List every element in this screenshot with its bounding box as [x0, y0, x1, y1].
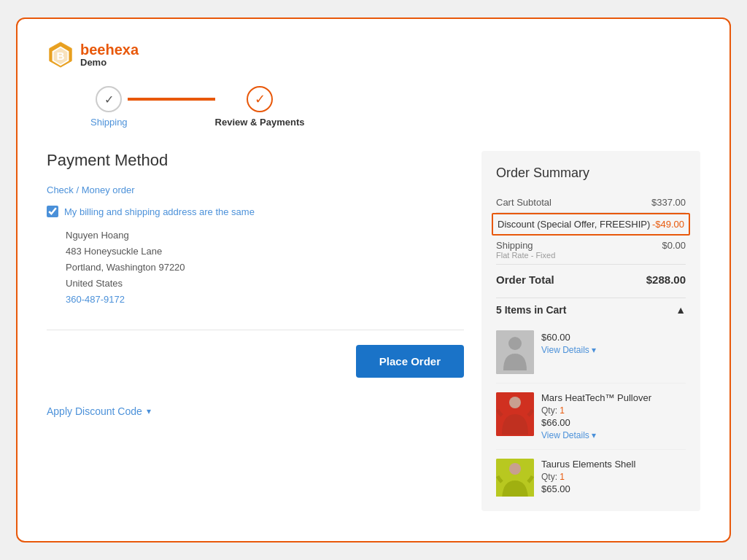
cart-item-price: $65.00 — [541, 483, 686, 494]
step-review-check: ✓ — [255, 91, 266, 107]
step-shipping-label: Shipping — [90, 117, 128, 128]
step-shipping-check: ✓ — [104, 93, 114, 106]
logo-area: B beehexa Demo — [47, 41, 700, 69]
cart-items-list: $60.00 View Details ▾ — [496, 322, 686, 497]
view-details-label: View Details — [541, 345, 589, 355]
discount-section: Apply Discount Code ▾ — [47, 395, 464, 417]
step-shipping[interactable]: ✓ Shipping — [90, 86, 128, 128]
main-layout: Payment Method Check / Money order My bi… — [47, 151, 700, 511]
order-summary: Order Summary Cart Subtotal $337.00 Disc… — [481, 151, 700, 511]
left-panel: Payment Method Check / Money order My bi… — [47, 151, 464, 511]
steps-area: ✓ Shipping ✓ Review & Payments — [47, 86, 700, 128]
items-in-cart-label: 5 Items in Cart — [496, 304, 566, 316]
view-details-button[interactable]: View Details ▾ — [541, 430, 686, 440]
cart-item-image — [496, 330, 534, 374]
cart-item-price: $66.00 — [541, 417, 686, 428]
step-connector — [128, 98, 215, 101]
order-total-label: Order Total — [496, 273, 554, 286]
shipping-label: Shipping — [496, 240, 533, 251]
section-title: Payment Method — [47, 151, 464, 170]
place-order-button[interactable]: Place Order — [356, 345, 464, 378]
cart-item-qty-value: 1 — [560, 405, 565, 416]
address-block: Nguyen Hoang 483 Honeysuckle Lane Portla… — [47, 228, 464, 308]
order-total-value: $288.00 — [646, 273, 686, 286]
svg-point-5 — [508, 337, 522, 350]
list-item: $60.00 View Details ▾ — [496, 322, 686, 384]
right-panel: Order Summary Cart Subtotal $337.00 Disc… — [481, 151, 700, 511]
page-wrapper: B beehexa Demo ✓ Shipping ✓ Review & Pay… — [16, 18, 731, 542]
step-review-circle: ✓ — [247, 86, 273, 112]
logo-icon: B — [47, 41, 74, 69]
discount-label: Discount (Special Offer, FREESHIP) — [498, 219, 650, 230]
shipping-value: $0.00 — [662, 240, 686, 251]
step-shipping-circle: ✓ — [96, 86, 122, 112]
address-country: United States — [66, 276, 464, 292]
chevron-down-icon: ▾ — [592, 345, 596, 355]
logo-name: beehexa — [80, 42, 139, 58]
cart-item-info: Taurus Elements Shell Qty: 1 $65.00 View… — [541, 459, 686, 497]
cart-item-qty: Qty: 1 — [541, 472, 686, 482]
chevron-up-icon: ▲ — [676, 304, 686, 316]
cart-subtotal-value: $337.00 — [651, 197, 686, 208]
cart-item-info: $60.00 View Details ▾ — [541, 330, 686, 374]
svg-point-9 — [509, 463, 521, 475]
cart-subtotal-row: Cart Subtotal $337.00 — [496, 192, 686, 213]
view-details-button[interactable]: View Details ▾ — [541, 345, 686, 355]
discount-toggle[interactable]: Apply Discount Code ▾ — [47, 405, 464, 417]
cart-item-qty-value: 1 — [560, 472, 565, 482]
cart-item-info: Mars HeatTech™ Pullover Qty: 1 $66.00 Vi… — [541, 392, 686, 440]
place-order-row: Place Order — [47, 330, 464, 378]
cart-subtotal-label: Cart Subtotal — [496, 197, 551, 208]
step-review-label: Review & Payments — [215, 117, 305, 128]
cart-item-qty: Qty: 1 — [541, 405, 686, 416]
discount-value: -$49.00 — [652, 219, 684, 230]
cart-item-name: Taurus Elements Shell — [541, 459, 686, 470]
shipping-method: Flat Rate - Fixed — [496, 251, 555, 260]
chevron-down-icon: ▾ — [147, 406, 151, 416]
view-details-label: View Details — [541, 430, 589, 440]
cart-item-price: $60.00 — [541, 332, 686, 343]
cart-item-name: Mars HeatTech™ Pullover — [541, 392, 686, 403]
cart-item-image — [496, 392, 534, 436]
billing-same-row: My billing and shipping address are the … — [47, 206, 464, 217]
discount-toggle-label: Apply Discount Code — [47, 405, 142, 417]
chevron-down-icon: ▾ — [592, 430, 596, 440]
logo-demo: Demo — [80, 58, 139, 68]
items-in-cart-header[interactable]: 5 Items in Cart ▲ — [496, 298, 686, 322]
order-total-row: Order Total $288.00 — [496, 265, 686, 298]
address-street: 483 Honeysuckle Lane — [66, 244, 464, 260]
address-name: Nguyen Hoang — [66, 228, 464, 244]
billing-same-checkbox[interactable] — [47, 206, 58, 217]
svg-point-7 — [509, 397, 521, 408]
billing-same-label: My billing and shipping address are the … — [64, 206, 255, 217]
cart-item-image — [496, 459, 534, 497]
list-item: Mars HeatTech™ Pullover Qty: 1 $66.00 Vi… — [496, 384, 686, 450]
order-summary-title: Order Summary — [496, 166, 686, 181]
shipping-row: Shipping $0.00 Flat Rate - Fixed — [496, 236, 686, 265]
logo-text: beehexa Demo — [80, 42, 139, 68]
shipping-top: Shipping $0.00 — [496, 240, 686, 251]
list-item: Taurus Elements Shell Qty: 1 $65.00 View… — [496, 450, 686, 497]
payment-method-label: Check / Money order — [47, 184, 464, 195]
step-review[interactable]: ✓ Review & Payments — [215, 86, 305, 128]
address-phone: 360-487-9172 — [66, 292, 464, 308]
discount-row: Discount (Special Offer, FREESHIP) -$49.… — [492, 213, 690, 236]
svg-text:B: B — [57, 50, 65, 62]
address-city: Portland, Washington 97220 — [66, 260, 464, 276]
